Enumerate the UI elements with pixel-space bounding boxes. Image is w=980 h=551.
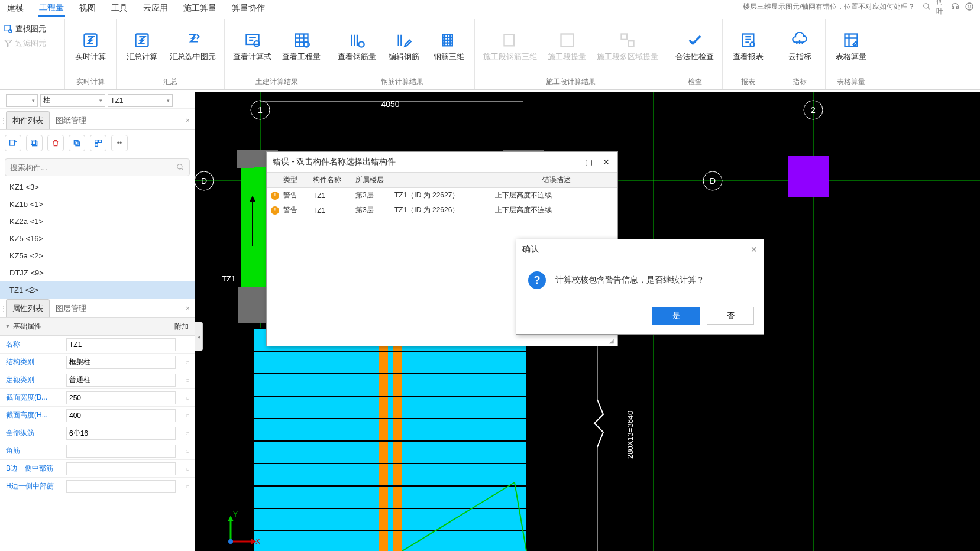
property-row: 角筋 ○ [0,442,195,460]
list-item[interactable]: KZ5 <16> [0,230,195,247]
prop-dot[interactable]: ○ [180,429,195,437]
canvas[interactable]: ◂ 1 2 D D 4050 TZ1 [195,92,980,551]
list-item[interactable]: KZ1b <1> [0,196,195,213]
yes-button[interactable]: 是 [652,307,700,325]
prop-input[interactable] [66,409,176,422]
menu-item-tools[interactable]: 工具 [110,1,129,16]
filter-drop-2[interactable]: 柱▾ [40,94,105,107]
delete-button[interactable] [47,135,64,151]
prop-label: 名称 [0,339,66,349]
view-formula-button[interactable]: 查看计算式 [233,31,271,62]
list-item[interactable]: KZ2a <1> [0,213,195,230]
duplicate-button[interactable] [69,135,85,151]
prop-section-basic[interactable]: ▾ 基础属性 附加 [0,318,195,336]
menu-item-construct[interactable]: 施工算量 [182,1,218,16]
new-button[interactable] [5,135,21,151]
error-row[interactable]: ! 警告TZ1第3层TZ1（ID 为 22626）上下层高度不连续 [267,203,617,218]
realtime-calc-button[interactable]: 实时计算 [73,31,108,62]
drag-handle-icon[interactable]: ⋮⋮ [0,304,6,313]
prop-dot[interactable]: ○ [180,465,195,473]
prop-dot[interactable]: ○ [180,394,195,402]
component-search[interactable] [5,158,190,176]
component-search-input[interactable] [10,163,176,172]
prop-input[interactable] [66,338,176,351]
ribbon: 查找图元 过滤图元 实时计算 实时计算 汇总计算 汇总选中图元 汇总 [0,19,980,90]
tab-component-list[interactable]: 构件列表 [6,111,50,129]
prop-input[interactable] [66,445,176,458]
menu-item-cloud[interactable]: 云应用 [142,1,169,16]
summary-selected-button[interactable]: 汇总选中图元 [170,31,216,62]
tab-property-list[interactable]: 属性列表 [6,299,50,317]
more-button[interactable]: •• [111,135,128,151]
warning-icon: ! [267,206,283,215]
prop-input[interactable] [66,427,176,440]
prop-dot[interactable]: ○ [180,447,195,455]
list-item[interactable]: TZ1 <2> [0,281,195,299]
table-calc-button[interactable]: 表格算量 [834,31,868,62]
view-quantity-button[interactable]: 查看工程量 [282,31,321,62]
col-floor: 所属楼层 [355,175,394,185]
list-item[interactable]: DTJZ <9> [0,264,195,281]
prop-input[interactable] [66,356,176,369]
maximize-icon[interactable]: ▢ [583,157,594,167]
copy-button[interactable] [26,135,43,151]
list-item[interactable]: KZ1 <3> [0,179,195,196]
tab-drawing-mgmt[interactable]: 图纸管理 [50,112,92,129]
resize-handle-icon[interactable]: ◢ [609,338,616,345]
property-row: 名称 [0,336,195,354]
view-rebar-button[interactable]: 查看钢筋量 [338,31,376,62]
col-desc: 错误描述 [495,175,617,185]
summary-calc-button[interactable]: 汇总计算 [125,31,159,62]
menu-item-quantity[interactable]: 工程量 [38,0,65,17]
svg-rect-22 [10,140,15,145]
no-button[interactable]: 否 [707,307,754,325]
ribbon-group-rebar: 查看钢筋量 编辑钢筋 钢筋三维 钢筋计算结果 [329,19,475,89]
prop-input[interactable] [66,462,176,475]
prop-dot[interactable]: ○ [180,482,195,491]
property-row: 截面高度(H... ○ [0,407,195,424]
edit-rebar-button[interactable]: 编辑钢筋 [387,31,421,62]
collapse-icon[interactable]: ▾ [6,322,9,332]
prop-input[interactable] [66,391,176,404]
close-panel-icon[interactable]: × [186,116,190,125]
prop-dot[interactable]: ○ [180,358,195,367]
property-row: 定额类别 ○ [0,371,195,389]
confirm-dialog[interactable]: 确认 ✕ ? 计算校核包含警告信息，是否继续计算？ 是 否 [516,239,764,335]
svg-rect-15 [504,35,513,46]
stage-quantity-button: 施工段提量 [548,31,586,62]
error-row[interactable]: ! 警告TZ1第3层TZ1（ID 为 22627）上下层高度不连续 [267,188,617,203]
view-report-button[interactable]: 查看报表 [731,31,765,62]
question-icon: ? [528,271,546,289]
ribbon-group-check: 合法性检查 检查 [667,19,723,89]
rebar-3d-button[interactable]: 钢筋三维 [432,31,466,62]
menu-item-view[interactable]: 视图 [78,1,97,16]
col-type: 类型 [283,175,313,185]
prop-dot[interactable]: ○ [180,376,195,384]
layer-button[interactable] [90,135,106,151]
prop-input[interactable] [66,480,176,493]
confirm-title-bar[interactable]: 确认 ✕ [516,239,764,260]
confirm-title: 确认 [522,244,539,255]
list-item[interactable]: KZ5a <2> [0,247,195,264]
property-row: 全部纵筋 ○ [0,424,195,442]
filter-drop-3[interactable]: TZ1▾ [108,94,173,107]
drag-handle-icon[interactable]: ⋮⋮ [0,116,6,125]
error-dialog-title: 错误 - 双击构件名称选择出错构件 [273,157,396,167]
svg-rect-16 [561,34,573,47]
close-icon[interactable]: ✕ [601,157,612,167]
find-element-button[interactable]: 查找图元 [4,24,61,34]
cloud-index-button[interactable]: 云指标 [782,31,817,62]
filter-drop-1[interactable]: ▾ [6,94,38,107]
prop-input[interactable] [66,374,176,387]
ribbon-group-label: 表格算量 [826,74,876,89]
svg-rect-27 [95,140,98,143]
tab-layer-mgmt[interactable]: 图层管理 [50,300,92,317]
close-props-icon[interactable]: × [186,304,190,313]
validity-check-button[interactable]: 合法性检查 [675,31,714,62]
error-dialog-title-bar[interactable]: 错误 - 双击构件名称选择出错构件 ▢ ✕ [267,152,617,172]
prop-dot[interactable]: ○ [180,411,195,420]
ribbon-group-table: 表格算量 表格算量 [826,19,876,89]
menu-item-model[interactable]: 建模 [6,1,25,16]
menu-item-collab[interactable]: 算量协作 [231,1,266,16]
close-icon[interactable]: ✕ [751,245,758,254]
